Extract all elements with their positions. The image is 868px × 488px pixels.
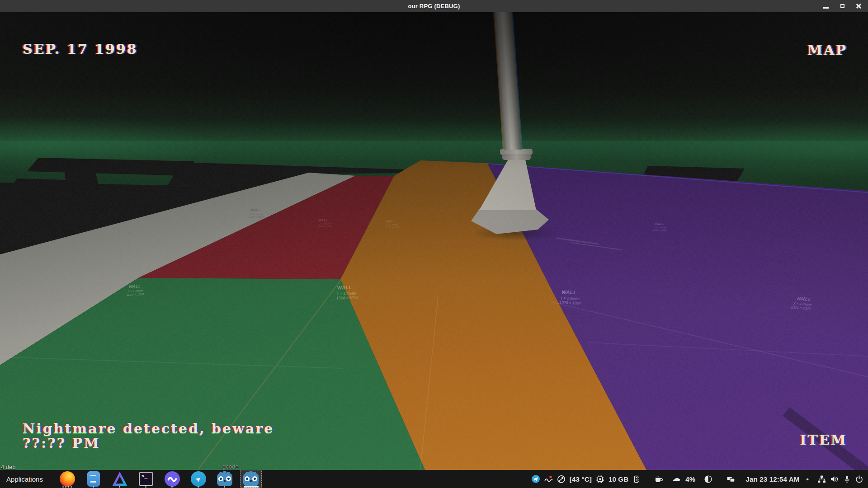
applications-menu[interactable]: Applications [0, 470, 49, 488]
notes-app-icon [87, 471, 100, 487]
wave-chat-icon [165, 471, 180, 487]
wall-texture-label: WALL 1 × 1 meter 1024 × 1024 [386, 220, 400, 230]
wall-texture-label: WALL 1 × 1 meter 1024 × 1024 [559, 289, 584, 306]
wall-texture-label: WALL 1 × 1 meter 1024 × 1024 [336, 285, 359, 301]
app-launchers: >_ ➤ [57, 470, 262, 488]
memory-usage[interactable]: 10 GB [609, 475, 628, 483]
lamp-post-ring [502, 154, 531, 160]
telegram-tray-icon[interactable] [531, 474, 540, 483]
godot-icon [217, 473, 232, 486]
caffeine-cup-icon[interactable] [654, 475, 663, 483]
game-viewport[interactable]: WALL 1 × 1 meter 1024 × 1024 WALL 1 × 1 … [0, 12, 868, 470]
cpu-icon[interactable] [596, 475, 604, 483]
taskbar-item-notes[interactable] [83, 470, 104, 488]
hud-message: Nightmare detected, beware [23, 421, 274, 436]
hud-map-label: MAP [807, 42, 847, 58]
hud-date: SEP. 17 1998 [23, 41, 138, 57]
battery-percentage[interactable]: 4% [685, 475, 695, 483]
close-button[interactable] [853, 0, 864, 12]
window-title: our RPG (DEBUG) [408, 3, 460, 9]
desktop-file-label[interactable]: gcode [222, 463, 238, 470]
network-icon[interactable] [817, 475, 826, 483]
microphone-icon[interactable] [843, 475, 851, 483]
ram-icon[interactable] [632, 475, 640, 483]
taskbar-item-godot-active[interactable] [240, 470, 262, 488]
taskbar-item-firefox[interactable] [57, 470, 78, 488]
maximize-button[interactable] [836, 0, 848, 12]
cpu-temperature[interactable]: [43 °C] [570, 475, 592, 483]
minimize-icon [823, 7, 829, 9]
terminal-icon: >_ [139, 472, 153, 486]
taskbar-item-wave-chat[interactable] [161, 470, 183, 488]
system-tray: [43 °C] 10 GB 4% Jan 23 12:54 [531, 474, 868, 483]
wall-texture-label: WALL 1 × 1 meter 1024 × 1024 [318, 219, 333, 229]
clock[interactable]: Jan 23 12:54 AM [745, 475, 799, 483]
desktop-file-label[interactable]: 4.deb [1, 464, 16, 470]
power-icon[interactable] [855, 475, 863, 483]
volume-icon[interactable] [830, 475, 839, 483]
steam-icon[interactable] [557, 475, 566, 483]
hud-time: ??:?? PM [23, 435, 100, 451]
close-icon [856, 3, 862, 9]
taskbar-item-jellyfin[interactable] [109, 470, 131, 488]
weather-cloud-icon[interactable] [672, 475, 681, 483]
taskbar-item-terminal[interactable]: >_ [135, 470, 157, 488]
minimize-button[interactable] [820, 0, 832, 12]
godot-icon [243, 473, 259, 486]
notification-squiggle-icon[interactable] [544, 475, 553, 483]
firefox-icon [60, 471, 75, 487]
taskbar: Applications >_ ➤ [0, 470, 868, 488]
moon-night-icon[interactable] [704, 475, 712, 483]
jellyfin-icon [112, 471, 127, 487]
taskbar-item-godot[interactable] [214, 470, 236, 488]
telegram-icon: ➤ [191, 471, 206, 487]
wall-texture-label: WALL 1 × 1 meter 1024 × 1024 [126, 284, 147, 297]
taskbar-item-telegram[interactable]: ➤ [188, 470, 209, 488]
tray-separator-dot: • [807, 475, 809, 483]
window-titlebar: our RPG (DEBUG) [0, 0, 868, 12]
hud-item-label: ITEM [800, 432, 847, 448]
wall-texture-label: WALL 1 × 1 meter 1024 × 1024 [249, 208, 266, 219]
maximize-icon [840, 4, 844, 8]
displays-icon[interactable] [726, 475, 735, 483]
active-window-indicator [244, 486, 259, 488]
